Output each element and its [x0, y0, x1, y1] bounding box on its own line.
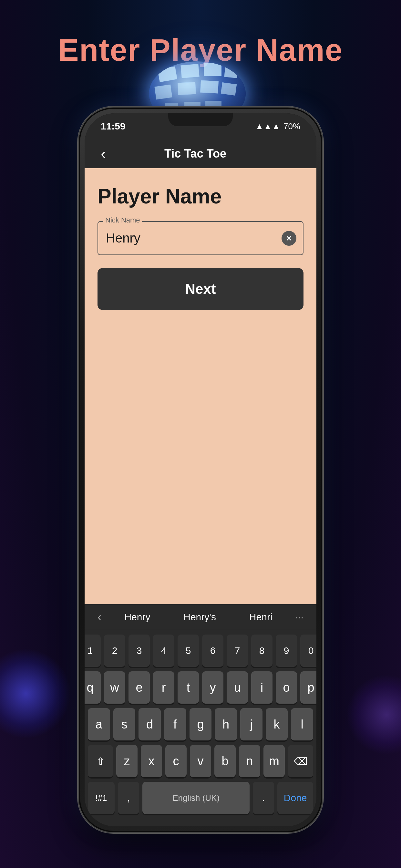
key-period[interactable]: . — [253, 782, 274, 814]
key-v[interactable]: v — [190, 745, 211, 777]
key-0[interactable]: 0 — [300, 634, 316, 667]
input-label: Nick Name — [103, 216, 142, 224]
key-q[interactable]: q — [85, 671, 101, 704]
keyboard-rows: 1 2 3 4 5 6 7 8 9 0 q w — [85, 630, 316, 826]
autocomplete-word-2[interactable]: Henri — [243, 609, 279, 626]
key-p[interactable]: p — [300, 671, 316, 704]
background-glow-left — [0, 648, 71, 739]
page-title-container: Enter Player Name — [0, 32, 401, 68]
key-j[interactable]: j — [240, 708, 263, 740]
page-title: Enter Player Name — [58, 33, 343, 67]
key-9[interactable]: 9 — [276, 634, 297, 667]
section-title: Player Name — [97, 184, 304, 208]
key-5[interactable]: 5 — [178, 634, 199, 667]
autocomplete-suggestions: Henry Henry's Henri — [108, 609, 289, 626]
key-b[interactable]: b — [214, 745, 236, 777]
key-g[interactable]: g — [189, 708, 212, 740]
key-e[interactable]: e — [128, 671, 150, 704]
phone-screen: 11:59 ▲▲▲ 70% ‹ Tic Tac Toe Player Name … — [85, 113, 316, 826]
key-2[interactable]: 2 — [104, 634, 125, 667]
key-symbols[interactable]: !#1 — [88, 782, 115, 814]
key-x[interactable]: x — [141, 745, 162, 777]
key-row-asdf: a s d f g h j k l — [88, 708, 313, 740]
key-row-qwerty: q w e r t y u i o p — [88, 671, 313, 704]
key-d[interactable]: d — [138, 708, 161, 740]
key-6[interactable]: 6 — [202, 634, 223, 667]
background-glow-right — [346, 674, 401, 755]
nav-bar: ‹ Tic Tac Toe — [85, 139, 316, 168]
signal-icon: ▲▲▲ — [255, 121, 280, 131]
key-w[interactable]: w — [104, 671, 125, 704]
autocomplete-bar: ‹ Henry Henry's Henri ··· — [85, 604, 316, 630]
nickname-input[interactable] — [98, 222, 303, 254]
key-i[interactable]: i — [251, 671, 273, 704]
key-h[interactable]: h — [215, 708, 237, 740]
key-done[interactable]: Done — [277, 782, 313, 814]
clear-icon: × — [286, 233, 291, 244]
content-area: Player Name Nick Name × Next — [85, 168, 316, 604]
key-t[interactable]: t — [178, 671, 199, 704]
status-icons: ▲▲▲ 70% — [255, 121, 300, 131]
key-u[interactable]: u — [227, 671, 248, 704]
keyboard-area: ‹ Henry Henry's Henri ··· 1 2 3 4 — [85, 604, 316, 826]
battery-text: 70% — [283, 121, 300, 131]
key-1[interactable]: 1 — [85, 634, 101, 667]
key-z[interactable]: z — [116, 745, 137, 777]
key-s[interactable]: s — [113, 708, 135, 740]
key-y[interactable]: y — [202, 671, 223, 704]
key-n[interactable]: n — [239, 745, 260, 777]
nav-back-button[interactable]: ‹ — [97, 142, 109, 166]
notch — [168, 113, 233, 126]
key-k[interactable]: k — [266, 708, 288, 740]
key-r[interactable]: r — [153, 671, 174, 704]
next-button[interactable]: Next — [97, 268, 304, 310]
phone-frame: 11:59 ▲▲▲ 70% ‹ Tic Tac Toe Player Name … — [78, 106, 323, 833]
phone-container: 11:59 ▲▲▲ 70% ‹ Tic Tac Toe Player Name … — [78, 106, 323, 833]
key-f[interactable]: f — [164, 708, 186, 740]
key-backspace[interactable]: ⌫ — [288, 745, 313, 777]
status-time: 11:59 — [101, 121, 126, 132]
key-row-bottom: !#1 , English (UK) . Done — [88, 782, 313, 824]
nickname-input-wrapper: Nick Name × — [97, 221, 304, 255]
key-shift[interactable]: ⇧ — [88, 745, 113, 777]
key-space[interactable]: English (UK) — [143, 782, 250, 814]
autocomplete-word-0[interactable]: Henry — [118, 609, 157, 626]
nav-title: Tic Tac Toe — [109, 147, 281, 160]
clear-input-button[interactable]: × — [281, 231, 297, 246]
key-8[interactable]: 8 — [251, 634, 273, 667]
autocomplete-word-1[interactable]: Henry's — [177, 609, 222, 626]
autocomplete-more[interactable]: ··· — [289, 609, 310, 626]
key-l[interactable]: l — [291, 708, 313, 740]
key-o[interactable]: o — [276, 671, 297, 704]
key-m[interactable]: m — [264, 745, 285, 777]
key-row-numbers: 1 2 3 4 5 6 7 8 9 0 — [88, 634, 313, 667]
key-comma[interactable]: , — [118, 782, 139, 814]
autocomplete-arrow[interactable]: ‹ — [91, 607, 108, 627]
key-c[interactable]: c — [165, 745, 187, 777]
key-7[interactable]: 7 — [227, 634, 248, 667]
key-3[interactable]: 3 — [128, 634, 150, 667]
key-a[interactable]: a — [88, 708, 110, 740]
key-4[interactable]: 4 — [153, 634, 174, 667]
status-bar: 11:59 ▲▲▲ 70% — [85, 113, 316, 139]
key-row-zxcv: ⇧ z x c v b n m ⌫ — [88, 745, 313, 777]
